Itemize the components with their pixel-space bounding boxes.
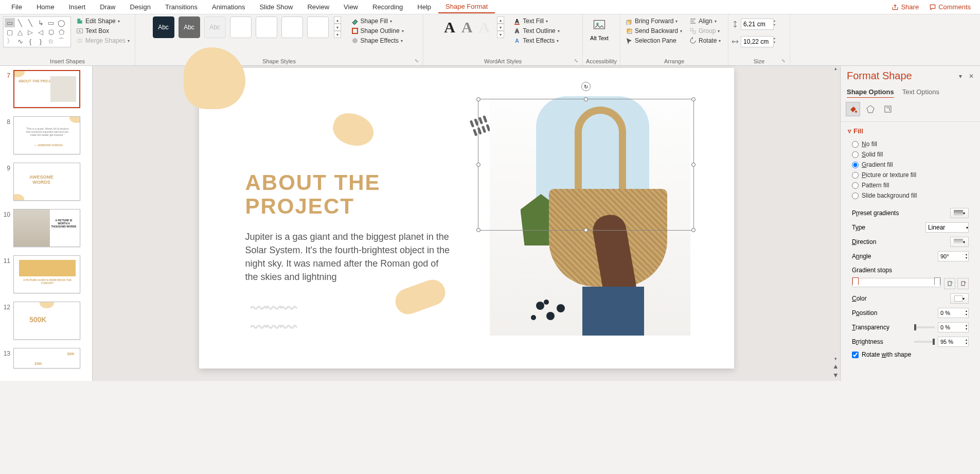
merge-shapes-button[interactable]: Merge Shapes▾ (74, 36, 132, 45)
transparency-slider[interactable] (914, 326, 935, 328)
shape-freeform-icon[interactable]: ∿ (15, 37, 25, 46)
gradient-stop-1[interactable] (852, 277, 859, 288)
wordart-gallery[interactable]: A A A ▴ ▾ ▾ (444, 16, 504, 38)
shape-outline-button[interactable]: Shape Outline▾ (349, 26, 406, 36)
radio-pattern-fill[interactable]: Pattern fill (848, 180, 973, 190)
style-swatch-6[interactable] (281, 16, 303, 38)
slide-thumb-11[interactable]: A PICTURE ALWAYS REINFORCES THE CONCEPT (13, 255, 80, 293)
position-input[interactable]: 0 %▴▾ (938, 308, 969, 318)
canvas-prev-slide-icon[interactable]: ⯅ (831, 364, 840, 373)
text-fill-button[interactable]: A Text Fill▾ (511, 16, 561, 26)
style-expand-icon[interactable]: ▾ (334, 31, 341, 38)
width-input[interactable] (741, 36, 774, 47)
shape-line2-icon[interactable]: ╲ (25, 18, 35, 27)
shape-star-icon[interactable]: ☆ (46, 37, 56, 46)
add-gradient-stop-button[interactable] (944, 278, 955, 289)
tab-insert[interactable]: Insert (62, 1, 93, 13)
brightness-slider[interactable] (914, 341, 935, 343)
wa-scroll-up-icon[interactable]: ▴ (497, 16, 504, 24)
tab-slideshow[interactable]: Slide Show (252, 1, 300, 13)
resize-handle-bl[interactable] (476, 228, 480, 232)
style-swatch-3[interactable]: Abc (204, 16, 226, 38)
shape-triangle-icon[interactable]: △ (15, 27, 25, 37)
shape-styles-launcher[interactable]: ⤡ (414, 58, 420, 64)
tab-view[interactable]: View (336, 1, 365, 13)
shape-effects-button[interactable]: Shape Effects▾ (349, 36, 406, 45)
resize-handle-mb[interactable] (584, 228, 588, 232)
wa-scroll-down-icon[interactable]: ▾ (497, 24, 504, 31)
wordart-launcher[interactable]: ⤡ (573, 58, 579, 64)
shape-arc-icon[interactable]: ⌒ (56, 37, 66, 46)
radio-picture-fill[interactable]: Picture or texture fill (848, 170, 973, 180)
width-spinner[interactable]: ▴▾ (774, 36, 775, 47)
style-swatch-2[interactable]: Abc (179, 16, 200, 38)
send-backward-button[interactable]: Send Backward▾ (623, 26, 684, 36)
align-button[interactable]: Align▾ (687, 16, 723, 26)
bring-forward-button[interactable]: Bring Forward▾ (623, 16, 684, 26)
style-scroll-up-icon[interactable]: ▴ (334, 16, 341, 24)
shape-arrow-r-icon[interactable]: ▷ (25, 27, 35, 37)
shape-brace-l-icon[interactable]: { (25, 37, 35, 46)
shape-fill-button[interactable]: Shape Fill▾ (349, 16, 406, 26)
pane-close-button[interactable]: ✕ (969, 73, 974, 80)
comments-button[interactable]: Comments (924, 1, 976, 13)
share-button[interactable]: Share (886, 1, 924, 13)
canvas-next-slide-icon[interactable]: ⯆ (831, 373, 840, 381)
shape-arrow-l-icon[interactable]: ◁ (35, 27, 46, 37)
canvas-vertical-scrollbar[interactable]: ▴ ▾ ⯅ ⯆ (831, 66, 840, 381)
tab-file[interactable]: File (4, 1, 29, 13)
pane-tab-text-options[interactable]: Text Options (902, 88, 939, 96)
slide-thumb-8[interactable]: "This is a quote. Words full of wisdom t… (13, 116, 80, 154)
tab-shape-format[interactable]: Shape Format (438, 1, 495, 13)
alt-text-button[interactable]: Alt Text (586, 16, 613, 43)
wa-expand-icon[interactable]: ▾ (497, 31, 504, 38)
slide-canvas-area[interactable]: 〰〰〰〰〰〰 ABOUT THEPROJECT Jupiter is a gas… (93, 66, 840, 381)
shape-textbox-icon[interactable]: ▭ (5, 18, 15, 27)
wordart-2[interactable]: A (461, 19, 473, 36)
canvas-scroll-up-icon[interactable]: ▴ (831, 66, 840, 74)
pane-icon-size-props[interactable] (881, 102, 895, 116)
rotate-handle[interactable]: ↻ (581, 82, 591, 91)
style-swatch-7[interactable] (307, 16, 329, 38)
resize-handle-mr[interactable] (691, 163, 696, 167)
pane-menu-button[interactable]: ▾ (959, 73, 962, 80)
slide-title[interactable]: ABOUT THEPROJECT (245, 171, 381, 218)
tab-animations[interactable]: Animations (205, 1, 252, 13)
slide-thumb-12[interactable]: 500K (13, 302, 80, 340)
style-swatch-5[interactable] (256, 16, 277, 38)
direction-dropdown[interactable]: ▾ (950, 237, 969, 247)
shape-brace-r-icon[interactable]: } (35, 37, 46, 46)
shape-roundrect-icon[interactable]: ▢ (5, 27, 15, 37)
shape-pent-icon[interactable]: ⬠ (56, 27, 66, 37)
preset-gradients-dropdown[interactable]: ▾ (950, 208, 969, 218)
shape-oval-icon[interactable]: ◯ (56, 18, 66, 27)
text-outline-button[interactable]: A Text Outline▾ (511, 26, 561, 36)
tab-help[interactable]: Help (410, 1, 438, 13)
wordart-3[interactable]: A (479, 19, 490, 36)
radio-slide-bg-fill[interactable]: Slide background fill (848, 190, 973, 201)
radio-no-fill[interactable]: No fill (848, 139, 973, 149)
selected-shape-outline[interactable]: ↻ (478, 99, 694, 231)
text-effects-button[interactable]: A Text Effects▾ (511, 36, 561, 45)
type-dropdown[interactable]: Linear▾ (925, 222, 969, 233)
edit-shape-button[interactable]: Edit Shape▾ (74, 16, 132, 26)
size-launcher[interactable]: ⤡ (780, 58, 787, 64)
pane-icon-effects[interactable] (863, 102, 878, 116)
pane-tab-shape-options[interactable]: Shape Options (847, 88, 894, 96)
slide-body-text[interactable]: Jupiter is a gas giant and the biggest p… (245, 230, 451, 284)
gradient-stop-2[interactable] (934, 277, 940, 288)
resize-handle-tl[interactable] (476, 97, 480, 101)
pane-icon-fill[interactable] (846, 102, 860, 116)
color-dropdown[interactable]: ▾ (950, 293, 969, 304)
slide-thumb-7[interactable]: ABOUT THE PROJECT (13, 70, 80, 108)
tab-home[interactable]: Home (29, 1, 62, 13)
resize-handle-br[interactable] (691, 228, 696, 232)
group-button[interactable]: Group▾ (687, 26, 723, 36)
tab-transitions[interactable]: Transitions (158, 1, 205, 13)
height-spinner[interactable]: ▴▾ (774, 19, 775, 30)
tab-review[interactable]: Review (300, 1, 336, 13)
brightness-input[interactable]: 95 %▴▾ (938, 337, 969, 347)
tab-draw[interactable]: Draw (93, 1, 122, 13)
tab-recording[interactable]: Recording (365, 1, 410, 13)
shape-chev-icon[interactable]: 〉 (5, 37, 15, 46)
